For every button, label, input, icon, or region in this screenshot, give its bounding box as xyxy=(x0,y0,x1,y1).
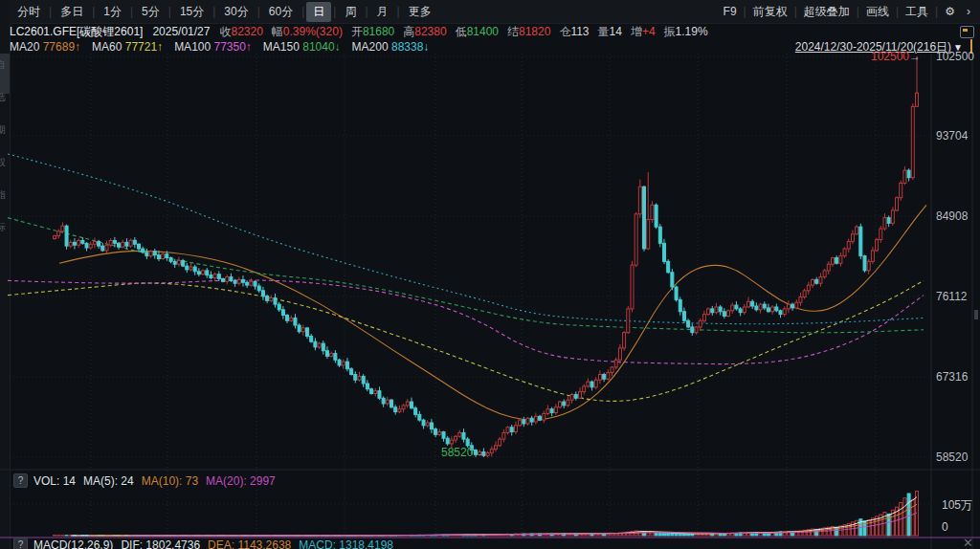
quote-field-增: 增+4 xyxy=(631,24,656,40)
quote-field-高: 高82380 xyxy=(403,24,446,40)
toolbar-item-画线[interactable]: 画线 xyxy=(860,2,895,22)
tab-多日[interactable]: 多日 xyxy=(54,2,90,22)
toolbar-separator: | xyxy=(857,5,859,18)
tab-5分[interactable]: 5分 xyxy=(135,2,167,22)
tab-分时[interactable]: 分时 xyxy=(11,2,47,22)
symbol-label: LC2601.GFE[碳酸锂2601] xyxy=(10,24,143,40)
toolbar-separator: | xyxy=(935,5,938,18)
period-tabs: 分时|多日|1分|5分|15分|30分|60分|日|周|月|更多 xyxy=(10,2,439,22)
quote-fields: 收82320幅0.39%(320)开81680高82380低81400结8182… xyxy=(219,24,716,40)
info-bar: LC2601.GFE[碳酸锂2601] 2025/01/27 收82320幅0.… xyxy=(10,23,980,40)
price-axis-label: 102500 xyxy=(936,50,974,63)
ma-readout-MA150: MA150 81040↓ xyxy=(263,40,341,54)
trading-app: 自选期权指标 分时|多日|1分|5分|15分|30分|60分|日|周|月|更多 … xyxy=(0,0,980,549)
volume-header-item: MA(10): 73 xyxy=(142,474,198,488)
macd-help-icon[interactable]: ? xyxy=(13,538,28,549)
tab-separator: | xyxy=(168,5,171,18)
close-icon[interactable]: ✕ xyxy=(963,536,973,549)
volume-help-icon[interactable]: ? xyxy=(13,473,28,488)
tab-更多[interactable]: 更多 xyxy=(402,2,438,22)
macd-header-item: MACD: 1318.4198 xyxy=(299,538,393,549)
tab-15分[interactable]: 15分 xyxy=(173,2,211,22)
quote-field-value: 81680 xyxy=(363,25,394,38)
tab-周[interactable]: 周 xyxy=(338,2,363,22)
quote-field-label: 开 xyxy=(351,25,363,38)
tab-separator: | xyxy=(257,5,260,18)
sidebar-glyph: 期 xyxy=(0,124,10,136)
tab-60分[interactable]: 60分 xyxy=(262,2,300,22)
ma-value: 81040↓ xyxy=(302,40,340,54)
volume-header-item: MA(20): 2997 xyxy=(206,474,276,488)
quote-field-label: 振 xyxy=(664,25,676,38)
volume-header-item: VOL: 14 xyxy=(33,474,76,488)
toolbar-item-超级叠加[interactable]: 超级叠加 xyxy=(798,2,856,22)
tab-separator: | xyxy=(301,5,304,18)
low-price-annotation: 58520 → xyxy=(441,446,488,459)
ma-bar: MA20 77689↑MA60 77721↑MA100 77350↑MA150 … xyxy=(10,40,980,54)
chevron-right-icon[interactable]: › xyxy=(961,3,976,20)
sidebar-glyph: 指 xyxy=(0,189,10,201)
toolbar-separator: | xyxy=(896,5,899,18)
quote-field-value: 1.19% xyxy=(676,25,708,38)
toolbar-separator: | xyxy=(794,5,797,18)
quote-field-value: 0.39%(320) xyxy=(283,25,343,38)
tab-separator: | xyxy=(49,5,52,18)
ma-label: MA20 xyxy=(10,40,43,54)
toolbar-item-F9[interactable]: F9 xyxy=(718,3,743,20)
quote-field-收: 收82320 xyxy=(219,24,262,40)
ma-value: 77721↑ xyxy=(125,40,163,54)
ma-label: MA60 xyxy=(92,40,125,54)
toolbar-item-前复权[interactable]: 前复权 xyxy=(747,2,793,22)
quote-field-幅: 幅0.39%(320) xyxy=(272,24,343,40)
volume-header-item: MA(5): 24 xyxy=(83,474,134,488)
ma-readout-MA200: MA200 88338↓ xyxy=(352,40,430,54)
tab-separator: | xyxy=(212,5,215,18)
volume-axis-top: 105万 xyxy=(942,497,972,514)
quote-field-label: 低 xyxy=(456,25,467,38)
ma-readouts: MA20 77689↑MA60 77721↑MA100 77350↑MA150 … xyxy=(10,40,440,54)
right-edge-handle[interactable] xyxy=(974,310,978,319)
quote-field-label: 幅 xyxy=(272,25,283,38)
toolbar-item-工具[interactable]: 工具 xyxy=(900,2,934,22)
tab-separator: | xyxy=(130,5,133,18)
high-price-annotation: 102500→ xyxy=(871,50,921,63)
tab-30分[interactable]: 30分 xyxy=(217,2,255,22)
quote-field-label: 收 xyxy=(219,25,231,38)
quote-field-label: 增 xyxy=(631,25,642,38)
app-window-icon[interactable] xyxy=(960,26,974,38)
price-axis-label: 58520 xyxy=(936,450,968,464)
quote-field-label: 量 xyxy=(598,25,610,38)
gear-icon[interactable]: ⚙ xyxy=(939,3,961,20)
tab-月[interactable]: 月 xyxy=(370,2,395,22)
quote-field-仓: 仓113 xyxy=(559,24,589,40)
price-axis-label: 93704 xyxy=(936,129,968,143)
tab-日[interactable]: 日 xyxy=(306,2,331,22)
macd-pane-header: ? MACD(12,26,9)DIF: 1802.4736DEA: 1143.2… xyxy=(13,538,401,549)
price-axis-label: 76112 xyxy=(936,290,967,303)
quote-date: 2025/01/27 xyxy=(152,25,210,38)
price-axis-label: 67316 xyxy=(936,370,968,384)
price-axis-label: 84908 xyxy=(936,209,968,223)
ma-label: MA200 xyxy=(352,40,391,54)
quote-field-value: 82320 xyxy=(231,25,262,38)
ma-label: MA100 xyxy=(174,40,213,54)
volume-pane-header: ? VOL: 14MA(5): 24MA(10): 73MA(20): 2997 xyxy=(13,473,283,488)
tab-separator: | xyxy=(92,5,95,18)
ma-value: 77350↑ xyxy=(213,40,251,54)
left-sidebar-strip[interactable]: 自选期权指标 xyxy=(0,0,11,549)
quote-field-value: 81400 xyxy=(467,25,499,38)
ma-readout-MA100: MA100 77350↑ xyxy=(174,40,252,54)
ma-value: 77689↑ xyxy=(43,40,80,54)
main-chart-canvas[interactable] xyxy=(0,0,980,549)
toolbar-separator: | xyxy=(744,5,746,18)
tab-separator: | xyxy=(333,5,336,18)
tab-1分[interactable]: 1分 xyxy=(97,2,128,22)
quote-field-label: 仓 xyxy=(559,25,570,38)
macd-header-item: MACD(12,26,9) xyxy=(33,538,113,549)
quote-field-振: 振1.19% xyxy=(664,24,708,40)
ma-readout-MA60: MA60 77721↑ xyxy=(92,40,163,54)
quote-field-value: 113 xyxy=(570,25,589,38)
quote-field-量: 量14 xyxy=(598,24,622,40)
quote-field-label: 结 xyxy=(507,25,519,38)
macd-header-item: DIF: 1802.4736 xyxy=(121,538,200,549)
